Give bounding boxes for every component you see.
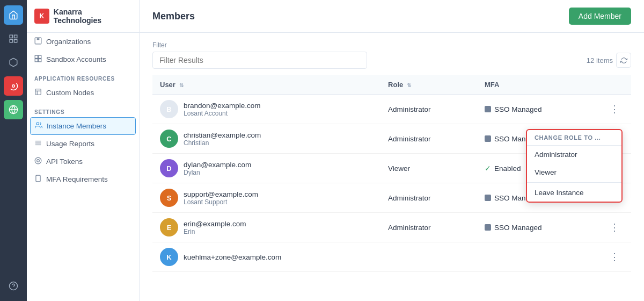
filter-label: Filter: [152, 41, 631, 49]
api-tokens-icon: [34, 157, 42, 166]
svg-rect-16: [35, 89, 41, 95]
svg-point-24: [37, 160, 40, 162]
sandbox-icon: [34, 55, 42, 64]
svg-rect-3: [10, 40, 12, 42]
rail-icon-network[interactable]: [4, 100, 23, 119]
dropdown-item-leave[interactable]: Leave Instance: [527, 184, 621, 202]
sidebar-header: K Kanarra Technologies: [27, 0, 139, 33]
mfa-square-icon: [485, 195, 491, 201]
content-area: Filter 12 items User ⇅: [140, 33, 644, 301]
table-row: E erin@example.com Erin Administrator SS…: [152, 213, 631, 242]
avatar: K: [160, 248, 178, 266]
user-cell: K kuehlma+zone@example.com: [152, 242, 380, 272]
filter-row: 12 items: [152, 52, 631, 69]
action-cell: ⋮: [598, 242, 631, 272]
icon-rail: [0, 0, 27, 301]
user-email: brandon@example.com: [184, 102, 261, 110]
svg-rect-14: [35, 59, 38, 62]
action-cell: ⋮: [598, 213, 631, 242]
mfa-square-icon: [485, 135, 491, 142]
col-user: User ⇅: [152, 75, 380, 95]
custom-nodes-icon: [34, 88, 42, 97]
row-action-button[interactable]: ⋮: [605, 219, 624, 235]
col-actions: [598, 75, 631, 95]
role-cell: Viewer: [380, 154, 477, 183]
top-bar: Members Add Member: [140, 0, 644, 33]
add-member-button[interactable]: Add Member: [569, 8, 631, 25]
user-cell: D dylan@example.com Dylan: [152, 154, 380, 183]
user-name: Christian: [184, 139, 261, 147]
row-action-button[interactable]: ⋮: [605, 101, 624, 117]
svg-point-23: [35, 157, 41, 164]
mfa-cell: [477, 242, 598, 272]
sidebar-item-instance-members[interactable]: Instance Members: [30, 117, 136, 135]
mfa-icon: [34, 175, 42, 184]
mfa-check-icon: ✓: [485, 164, 491, 173]
members-table-container: User ⇅ Role ⇅ MFA: [152, 75, 631, 272]
user-cell: S support@example.com Losant Support: [152, 183, 380, 213]
sidebar-item-api-tokens[interactable]: API Tokens: [27, 153, 139, 170]
role-cell: Administrator: [380, 213, 477, 242]
organizations-icon: [34, 37, 42, 46]
table-row: K kuehlma+zone@example.com ⋮: [152, 242, 631, 272]
svg-rect-2: [14, 40, 17, 42]
user-name: Losant Support: [184, 198, 258, 206]
svg-rect-1: [14, 35, 17, 38]
dropdown-item-viewer[interactable]: Viewer: [527, 163, 621, 181]
avatar: S: [160, 189, 178, 207]
rail-icon-box[interactable]: [4, 53, 23, 72]
svg-rect-0: [10, 35, 12, 38]
sidebar-item-sandbox-accounts[interactable]: Sandbox Accounts: [27, 51, 139, 68]
role-cell: Administrator: [380, 95, 477, 124]
dropdown-header: CHANGE ROLE TO ...: [527, 130, 621, 146]
col-role: Role ⇅: [380, 75, 477, 95]
user-name: Losant Account: [184, 110, 261, 117]
sidebar-instance-name: Kanarra Technologies: [54, 8, 131, 25]
user-cell: E erin@example.com Erin: [152, 213, 380, 242]
sidebar-item-custom-nodes[interactable]: Custom Nodes: [27, 84, 139, 102]
col-mfa: MFA: [477, 75, 598, 95]
action-cell: ⋮: [598, 95, 631, 124]
role-cell: Administrator: [380, 183, 477, 213]
page-title: Members: [152, 11, 195, 22]
sidebar-item-organizations[interactable]: Organizations: [27, 33, 139, 51]
items-count: 12 items: [587, 53, 631, 68]
rail-icon-home[interactable]: [4, 5, 23, 25]
refresh-button[interactable]: [616, 53, 631, 68]
sidebar-item-mfa-requirements[interactable]: MFA Requirements: [27, 170, 139, 188]
mfa-cell: SSO Managed: [477, 95, 598, 124]
avatar: E: [160, 218, 178, 236]
dropdown-item-administrator[interactable]: Administrator: [527, 146, 621, 163]
svg-rect-13: [39, 55, 41, 58]
svg-point-4: [12, 85, 15, 88]
svg-rect-25: [36, 175, 40, 182]
row-action-button[interactable]: ⋮: [605, 249, 624, 265]
avatar: D: [160, 159, 178, 177]
user-email: christian@example.com: [184, 131, 261, 139]
role-sort-icon[interactable]: ⇅: [407, 82, 411, 88]
mfa-square-icon: [485, 224, 491, 231]
avatar: C: [160, 130, 178, 148]
rail-icon-help[interactable]: [4, 276, 23, 296]
main-content: Members Add Member Filter 12 items User …: [140, 0, 644, 301]
role-cell: [380, 242, 477, 272]
svg-rect-12: [35, 55, 38, 58]
filter-input[interactable]: [152, 52, 367, 69]
section-label-settings: SETTINGS: [27, 102, 139, 117]
user-email: dylan@example.com: [184, 161, 251, 169]
user-sort-icon[interactable]: ⇅: [179, 82, 184, 88]
role-change-dropdown: CHANGE ROLE TO ... Administrator Viewer …: [526, 129, 623, 203]
rail-icon-grid[interactable]: [4, 29, 23, 48]
table-header-row: User ⇅ Role ⇅ MFA: [152, 75, 631, 95]
user-cell: C christian@example.com Christian: [152, 124, 380, 154]
rail-icon-settings[interactable]: [4, 76, 23, 96]
user-email: erin@example.com: [184, 220, 246, 228]
dropdown-divider: [527, 182, 621, 183]
avatar: B: [160, 100, 178, 118]
user-name: Erin: [184, 228, 246, 235]
user-email: kuehlma+zone@example.com: [184, 253, 281, 261]
table-row: B brandon@example.com Losant Account Adm…: [152, 95, 631, 124]
sidebar-item-usage-reports[interactable]: Usage Reports: [27, 135, 139, 153]
role-cell: Administrator: [380, 124, 477, 154]
instance-members-icon: [35, 121, 42, 131]
